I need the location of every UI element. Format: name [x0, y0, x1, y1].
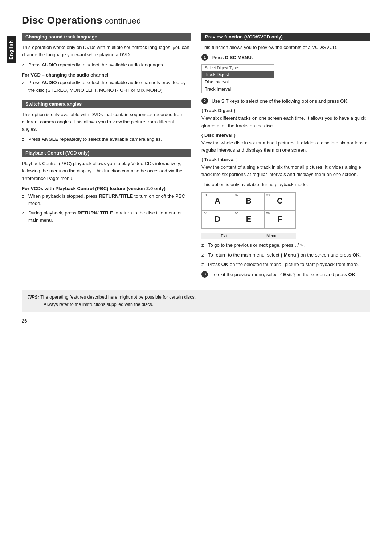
tips-text1: The operating features described here mi…: [40, 295, 196, 300]
section3-body: Playback Control (PBC) playback allows y…: [22, 160, 191, 182]
tips-text2: Always refer to the instructions supplie…: [28, 302, 153, 307]
step1-number: 1: [201, 54, 208, 61]
digest-menu-track-digest[interactable]: Track Digest: [202, 71, 274, 78]
option-disc-interval-body: View the whole disc in six thumbnail pic…: [201, 139, 370, 154]
step2-number: 2: [201, 98, 208, 104]
digest-menu-disc-interval[interactable]: Disc Interval: [202, 78, 274, 86]
thumb-cell-a: 01A: [202, 192, 233, 210]
thumb-footer-exit: Exit: [221, 234, 228, 238]
section-header-playback-control: Playback Control (VCD only): [22, 149, 191, 157]
bullet-nav-pages: z To go to the previous or next page, pr…: [201, 242, 370, 249]
preview-body: This function allows you to preview the …: [201, 44, 370, 51]
bullet-main-menu: z To return to the main menu, select { M…: [201, 251, 370, 259]
section-header-camera-angles: Switching camera angles: [22, 100, 191, 108]
section1-body: This operation works only on DVDs with m…: [22, 44, 191, 58]
tips-label: TIPS:: [28, 295, 39, 300]
tips-box: TIPS: The operating features described h…: [22, 290, 370, 312]
option-disc-interval-heading: { Disc Interval }: [201, 132, 370, 138]
bullet-angle: z Press ANGLE repeatedly to select the a…: [22, 136, 191, 143]
right-column: Preview function (VCD/SVCD only) This fu…: [201, 33, 370, 281]
step3-number: 3: [201, 271, 208, 278]
section-header-sound-track: Changing sound track language: [22, 33, 191, 41]
bullet-pbc-1: z When playback is stopped, press RETURN…: [22, 193, 191, 207]
step2-item: 2 Use S T keys to select one of the foll…: [201, 98, 370, 105]
corner-decoration-br: [375, 546, 385, 546]
option-track-interval-heading: { Track Interval }: [201, 157, 370, 162]
corner-decoration-tr: [375, 7, 385, 7]
digest-menu-title: Select Digest Type:: [202, 65, 274, 71]
digest-menu-box: Select Digest Type: Track Digest Disc In…: [201, 64, 274, 93]
corner-decoration-tl: [7, 7, 17, 7]
bullet-ok-playback: z Press OK on the selected thumbnail pic…: [201, 261, 370, 268]
bullet-pbc-2: z During playback, press RETURN/ TITLE t…: [22, 209, 191, 224]
language-tab: English: [7, 36, 16, 63]
corner-decoration-bl: [7, 546, 17, 546]
digest-menu-track-interval[interactable]: Track Interval: [202, 86, 274, 93]
bullet-audio-2: z Press AUDIO repeatedly to select the a…: [22, 79, 191, 94]
thumb-grid-footer: Exit Menu: [201, 233, 296, 239]
left-column: Changing sound track language This opera…: [22, 33, 191, 281]
option-track-digest-heading: { Track Digest }: [201, 108, 370, 113]
section-header-preview: Preview function (VCD/SVCD only): [201, 33, 370, 41]
option-track-digest-body: View six different tracks on one screen …: [201, 115, 370, 129]
sub-heading-vcd-pbc: For VCDs with Playback Control (PBC) fea…: [22, 186, 191, 191]
thumb-cell-d: 04D: [202, 210, 233, 229]
sub-heading-vcd-audio: For VCD – changing the audio channel: [22, 72, 191, 78]
thumbnail-grid-container: 01A 02B 03C 04D 05E 06F Exit Menu: [201, 192, 370, 239]
page-title: Disc Operations continued: [22, 15, 370, 26]
step1-item: 1 Press DISC MENU.: [201, 54, 370, 61]
section2-body: This option is only available with DVDs …: [22, 111, 191, 133]
page-number: 26: [22, 318, 370, 324]
option-track-interval-body2: This option is only available during pla…: [201, 181, 370, 188]
bullet-audio-1: z Press AUDIO repeatedly to select the a…: [22, 61, 191, 69]
thumb-cell-e: 05E: [233, 210, 264, 229]
thumb-footer-menu: Menu: [266, 234, 277, 238]
step3-item: 3 To exit the preview menu, select { Exi…: [201, 271, 370, 278]
option-track-interval-body1: View the content of a single track in si…: [201, 164, 370, 178]
thumb-cell-f: 06F: [264, 210, 295, 229]
thumb-cell-b: 02B: [233, 192, 264, 210]
thumbnail-grid: 01A 02B 03C 04D 05E 06F: [201, 192, 296, 229]
thumb-cell-c: 03C: [264, 192, 295, 210]
